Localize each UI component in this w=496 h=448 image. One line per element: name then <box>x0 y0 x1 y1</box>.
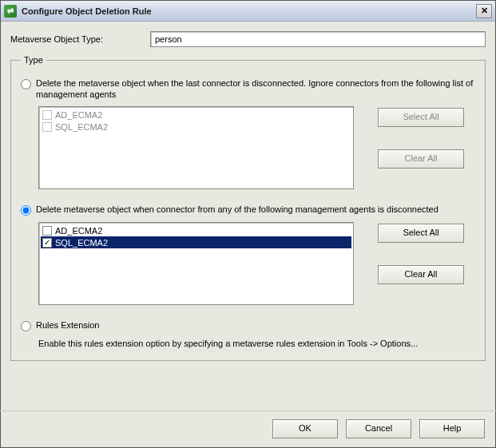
option3-desc: Enable this rules extension option by sp… <box>38 338 475 349</box>
object-type-label: Metaverse Object Type: <box>10 34 150 44</box>
option1-radio[interactable] <box>21 79 31 89</box>
option2-label: Delete metaverse object when connector f… <box>36 204 438 215</box>
checkbox-icon[interactable]: ✓ <box>42 238 52 248</box>
list-item[interactable]: AD_ECMA2 <box>41 224 351 236</box>
clear-all-button[interactable]: Clear All <box>378 265 464 284</box>
option1-label: Delete the metaverse object when the las… <box>36 77 475 100</box>
option2-listbox[interactable]: AD_ECMA2 ✓ SQL_ECMA2 <box>38 222 354 305</box>
option3-label: Rules Extension <box>36 319 100 331</box>
object-type-row: Metaverse Object Type: person <box>10 31 486 47</box>
option3-radio[interactable] <box>21 321 31 331</box>
checkbox-icon <box>42 110 52 120</box>
option2-radio[interactable] <box>21 205 31 216</box>
app-icon: ⇄ <box>4 5 17 18</box>
list-item[interactable]: ✓ SQL_ECMA2 <box>41 236 351 248</box>
dialog-content: Metaverse Object Type: person Type Delet… <box>1 22 495 361</box>
type-group: Type Delete the metaverse object when th… <box>10 55 486 361</box>
checkbox-icon[interactable] <box>42 226 52 236</box>
list-item: SQL_ECMA2 <box>41 121 351 133</box>
option1-listbox: AD_ECMA2 SQL_ECMA2 <box>38 106 354 189</box>
object-type-field[interactable]: person <box>150 31 486 47</box>
cancel-button[interactable]: Cancel <box>346 419 411 438</box>
close-button[interactable]: ✕ <box>476 4 492 18</box>
select-all-button[interactable]: Select All <box>378 224 464 243</box>
dialog-footer: OK Cancel Help <box>0 410 496 443</box>
list-item-label: AD_ECMA2 <box>55 226 102 236</box>
option2-buttons: Select All Clear All <box>378 222 464 305</box>
option2-section: AD_ECMA2 ✓ SQL_ECMA2 Select All Clear Al… <box>38 222 475 305</box>
option1-row: Delete the metaverse object when the las… <box>21 77 475 100</box>
list-item-label: AD_ECMA2 <box>55 110 102 120</box>
ok-button[interactable]: OK <box>272 419 338 438</box>
object-type-value: person <box>155 34 182 44</box>
option2-row: Delete metaverse object when connector f… <box>21 204 475 216</box>
option3-row: Rules Extension <box>21 319 475 331</box>
option1-buttons: Select All Clear All <box>378 106 464 189</box>
titlebar: ⇄ Configure Object Deletion Rule ✕ <box>1 1 495 22</box>
close-icon: ✕ <box>481 6 488 16</box>
type-legend: Type <box>21 55 46 65</box>
list-item-label: SQL_ECMA2 <box>55 238 108 248</box>
select-all-button: Select All <box>378 108 464 127</box>
clear-all-button: Clear All <box>378 149 464 168</box>
list-item-label: SQL_ECMA2 <box>55 122 108 132</box>
window-title: Configure Object Deletion Rule <box>22 6 476 16</box>
checkbox-icon <box>42 122 52 132</box>
option1-section: AD_ECMA2 SQL_ECMA2 Select All Clear All <box>38 106 475 189</box>
help-button[interactable]: Help <box>419 419 485 438</box>
list-item: AD_ECMA2 <box>41 109 351 121</box>
